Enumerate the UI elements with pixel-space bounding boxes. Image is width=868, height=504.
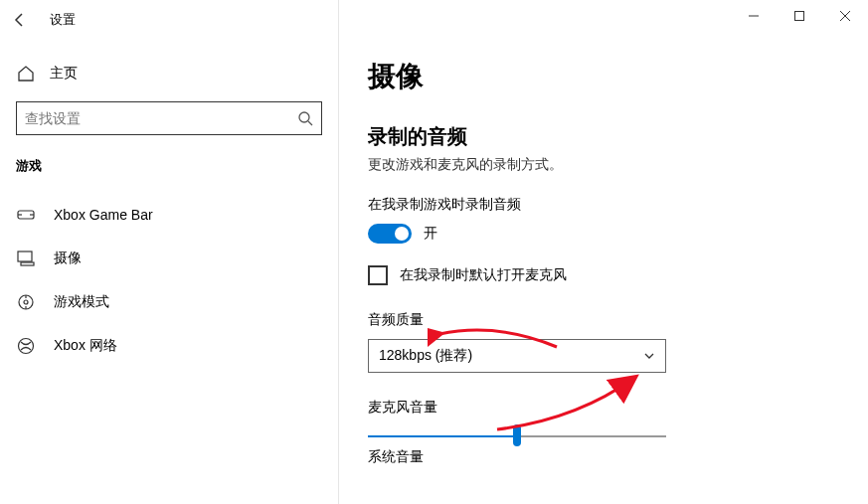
home-icon <box>16 64 36 84</box>
svg-point-13 <box>19 339 34 354</box>
maximize-icon <box>794 11 804 21</box>
slider-fill <box>368 435 517 437</box>
mic-volume-label: 麦克风音量 <box>368 399 838 417</box>
sidebar-item-label: 游戏模式 <box>54 293 109 311</box>
svg-rect-8 <box>21 262 34 265</box>
svg-point-2 <box>299 112 309 122</box>
maximize-button[interactable] <box>777 0 822 32</box>
minimize-button[interactable] <box>731 0 777 32</box>
minimize-icon <box>749 11 759 21</box>
game-mode-icon <box>16 292 36 312</box>
sidebar-item-game-mode[interactable]: 游戏模式 <box>0 280 338 324</box>
audio-section-title: 录制的音频 <box>368 123 838 150</box>
back-button[interactable] <box>0 0 40 40</box>
mic-default-label: 在我录制时默认打开麦克风 <box>400 266 567 284</box>
toggle-knob <box>395 227 409 241</box>
game-bar-icon <box>16 205 36 225</box>
search-input[interactable] <box>25 110 297 126</box>
close-button[interactable] <box>822 0 868 32</box>
audio-section-desc: 更改游戏和麦克风的录制方式。 <box>368 156 838 174</box>
sidebar-home[interactable]: 主页 <box>0 56 338 91</box>
toggle-state-label: 开 <box>424 225 437 243</box>
record-audio-label: 在我录制游戏时录制音频 <box>368 196 838 214</box>
audio-quality-dropdown[interactable]: 128kbps (推荐) <box>368 339 666 373</box>
svg-rect-1 <box>795 12 804 21</box>
xbox-network-icon <box>16 336 36 356</box>
sidebar-item-label: Xbox Game Bar <box>54 207 153 223</box>
sidebar-item-captures[interactable]: 摄像 <box>0 237 338 280</box>
system-volume-label: 系统音量 <box>368 448 838 466</box>
sidebar-home-label: 主页 <box>50 65 78 83</box>
arrow-left-icon <box>12 12 28 28</box>
mic-default-checkbox[interactable] <box>368 265 388 285</box>
audio-quality-label: 音频质量 <box>368 311 838 329</box>
search-input-wrap[interactable] <box>16 101 322 135</box>
window-controls <box>731 0 868 32</box>
page-title: 摄像 <box>368 58 838 95</box>
captures-icon <box>16 249 36 268</box>
slider-thumb[interactable] <box>513 424 521 446</box>
titlebar: 设置 <box>0 0 868 40</box>
sidebar-item-xbox-game-bar[interactable]: Xbox Game Bar <box>0 193 338 237</box>
svg-line-3 <box>308 121 312 125</box>
content-pane: 摄像 录制的音频 更改游戏和麦克风的录制方式。 在我录制游戏时录制音频 开 在我… <box>338 40 868 504</box>
chevron-down-icon <box>643 350 655 362</box>
sidebar-item-label: Xbox 网络 <box>54 337 117 355</box>
sidebar-item-xbox-network[interactable]: Xbox 网络 <box>0 324 338 368</box>
window-title: 设置 <box>50 11 76 29</box>
svg-point-10 <box>24 300 28 304</box>
search-icon <box>297 110 313 126</box>
audio-quality-value: 128kbps (推荐) <box>379 347 472 365</box>
sidebar: 主页 游戏 Xbox Game Bar 摄像 <box>0 40 338 504</box>
mic-volume-slider[interactable] <box>368 426 666 428</box>
svg-rect-7 <box>18 252 32 261</box>
sidebar-item-label: 摄像 <box>54 250 82 267</box>
record-audio-toggle[interactable] <box>368 224 412 244</box>
sidebar-section-header: 游戏 <box>0 151 338 193</box>
close-icon <box>840 11 850 21</box>
